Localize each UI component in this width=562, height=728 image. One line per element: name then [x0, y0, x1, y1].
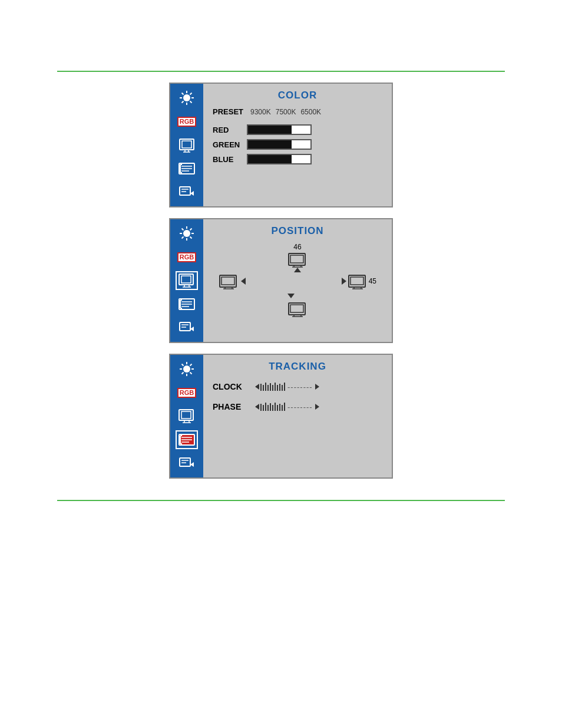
svg-line-33: [182, 237, 184, 239]
svg-line-5: [182, 93, 184, 95]
phase-right-arrow: [315, 404, 319, 410]
pos-down-control[interactable]: [287, 294, 308, 319]
trk-sidebar-screen-icon[interactable]: [176, 407, 198, 426]
trk-sidebar-menu-icon[interactable]: [176, 454, 198, 473]
color-title: COLOR: [213, 90, 382, 101]
svg-point-25: [183, 230, 190, 237]
tracking-panel: RGB: [169, 354, 393, 479]
svg-line-8: [182, 101, 184, 103]
svg-line-75: [182, 364, 184, 366]
red-bar[interactable]: [247, 124, 312, 135]
pos-sidebar-brightness-icon[interactable]: [176, 224, 198, 243]
preset-9300k[interactable]: 9300K: [250, 108, 271, 116]
bottom-separator: [57, 500, 505, 501]
pos-down-icon: [287, 301, 308, 317]
pos-rgb-badge: RGB: [177, 252, 196, 262]
sidebar-rgb-icon[interactable]: RGB: [176, 112, 198, 131]
clock-row: CLOCK: [213, 382, 382, 391]
phase-label: PHASE: [213, 402, 248, 411]
rgb-badge: RGB: [177, 117, 196, 127]
svg-rect-35: [181, 276, 191, 283]
clock-ticks: [260, 383, 285, 391]
trk-sidebar-rgb-icon[interactable]: RGB: [176, 383, 198, 402]
svg-rect-21: [180, 187, 190, 195]
sidebar-menu-icon[interactable]: [176, 183, 198, 202]
clock-slider[interactable]: --------: [255, 383, 319, 391]
trk-sidebar-brightness-icon[interactable]: [176, 360, 198, 378]
clock-right-arrow: [315, 384, 319, 390]
red-bar-fill: [248, 126, 292, 134]
svg-rect-46: [180, 322, 190, 331]
svg-line-31: [190, 237, 192, 239]
tracking-sidebar: RGB: [170, 355, 203, 477]
green-bar-fill: [248, 140, 292, 149]
svg-line-7: [190, 93, 192, 95]
tracking-title: TRACKING: [213, 361, 382, 373]
tracking-content: TRACKING CLOCK: [203, 355, 392, 477]
clock-dashes: --------: [287, 383, 313, 391]
position-content: POSITION 46: [203, 219, 392, 342]
pos-up-control[interactable]: 46: [287, 243, 308, 272]
right-arrow: [342, 278, 346, 285]
clock-label: CLOCK: [213, 382, 248, 391]
pos-right-icon: [348, 273, 368, 289]
color-sidebar: RGB: [170, 84, 203, 206]
pos-sidebar-screen-icon[interactable]: [176, 271, 198, 290]
pos-left-icon: [219, 273, 239, 289]
svg-line-77: [190, 364, 192, 366]
svg-line-78: [182, 373, 184, 374]
phase-row: PHASE: [213, 402, 382, 411]
pos-sidebar-tracking-icon[interactable]: [176, 295, 198, 314]
v-value: 46: [293, 243, 301, 251]
top-separator: [57, 71, 505, 72]
position-area: 46: [213, 243, 382, 319]
blue-bar-fill: [248, 155, 292, 163]
sidebar-screen-icon[interactable]: [176, 136, 198, 154]
trk-sidebar-tracking-icon[interactable]: [176, 430, 198, 449]
svg-line-76: [190, 373, 192, 374]
preset-6500k[interactable]: 6500K: [300, 108, 321, 116]
position-panel: RGB: [169, 218, 393, 343]
preset-row: PRESET 9300K 7500K 6500K: [213, 107, 382, 116]
sidebar-brightness-icon[interactable]: [176, 88, 198, 107]
svg-point-70: [183, 365, 190, 373]
green-bar[interactable]: [247, 139, 312, 150]
phase-left-arrow: [255, 404, 259, 410]
preset-7500k[interactable]: 7500K: [276, 108, 296, 116]
sidebar-tracking-icon[interactable]: [176, 159, 198, 178]
position-title: POSITION: [213, 225, 382, 237]
color-panel: RGB: [169, 83, 393, 207]
pos-up-icon: [287, 251, 308, 268]
h-value: 45: [369, 277, 376, 285]
svg-line-30: [182, 229, 184, 230]
phase-dashes: --------: [287, 403, 313, 411]
down-arrow: [287, 294, 295, 298]
svg-rect-80: [181, 411, 191, 419]
svg-rect-91: [180, 458, 190, 466]
pos-sidebar-menu-icon[interactable]: [176, 318, 198, 337]
phase-ticks: [260, 403, 285, 411]
svg-point-0: [183, 94, 190, 101]
blue-label: BLUE: [213, 155, 241, 164]
green-label: GREEN: [213, 140, 241, 149]
pos-sidebar-rgb-icon[interactable]: RGB: [176, 248, 198, 266]
pos-left-control[interactable]: [219, 273, 246, 289]
up-arrow: [294, 268, 301, 272]
svg-rect-10: [182, 141, 191, 148]
clock-left-arrow: [255, 384, 259, 390]
svg-line-32: [190, 229, 192, 230]
blue-bar[interactable]: [247, 154, 312, 164]
red-row: RED: [213, 124, 382, 135]
position-sidebar: RGB: [170, 219, 203, 342]
preset-label: PRESET: [213, 107, 243, 116]
green-row: GREEN: [213, 139, 382, 150]
pos-right-control[interactable]: 45: [342, 273, 376, 289]
red-label: RED: [213, 126, 241, 134]
svg-line-6: [190, 101, 192, 103]
color-content: COLOR PRESET 9300K 7500K 6500K RED GREEN…: [203, 84, 392, 206]
phase-slider[interactable]: --------: [255, 403, 319, 411]
blue-row: BLUE: [213, 154, 382, 164]
trk-rgb-badge: RGB: [177, 388, 196, 398]
left-arrow: [241, 278, 246, 285]
